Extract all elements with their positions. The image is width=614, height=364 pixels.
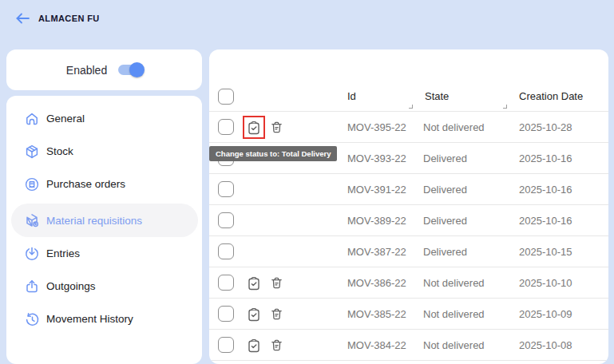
- invoice-icon: [24, 176, 40, 192]
- cell-id: MOV-387-22: [347, 246, 406, 258]
- cell-state: Not delivered: [423, 308, 485, 320]
- column-resize-handle[interactable]: [503, 105, 507, 109]
- clipboard-check-icon: [246, 307, 262, 322]
- table-row: MOV-395-22 Not delivered 2025-10-28: [209, 112, 608, 143]
- change-status-button[interactable]: [244, 304, 263, 324]
- column-header-state[interactable]: State: [425, 90, 449, 102]
- cell-state: Delivered: [423, 152, 467, 164]
- row-checkbox[interactable]: [218, 337, 234, 353]
- delete-button[interactable]: [267, 335, 286, 355]
- trash-icon: [269, 120, 284, 135]
- table-row: MOV-389-22 Delivered 2025-10-16: [209, 205, 608, 236]
- sidebar-item-entries[interactable]: Entries: [6, 237, 202, 270]
- sidebar-item-material-requisitions[interactable]: Material requisitions: [11, 204, 198, 237]
- row-checkbox[interactable]: [218, 212, 234, 228]
- cell-date: 2025-10-28: [519, 121, 572, 133]
- page-title: ALMACEN FU: [38, 14, 100, 23]
- sidebar: General Stock Purchase orders Material r…: [6, 96, 202, 364]
- tooltip: Change status to: Total Delivery: [209, 146, 337, 161]
- back-button[interactable]: [13, 9, 32, 28]
- cell-id: MOV-395-22: [347, 121, 406, 133]
- cell-state: Not delivered: [423, 339, 485, 351]
- trash-icon: [269, 338, 284, 353]
- requisitions-table: Id State Creation Date: [209, 49, 608, 364]
- cell-date: 2025-10-15: [519, 246, 572, 258]
- sidebar-item-general[interactable]: General: [6, 102, 202, 135]
- cell-state: Not delivered: [423, 121, 485, 133]
- clipboard-check-icon: [246, 338, 262, 354]
- home-icon: [24, 111, 40, 127]
- table-row: MOV-387-22 Delivered 2025-10-15: [209, 236, 608, 267]
- delete-button[interactable]: [267, 117, 286, 137]
- cell-id: MOV-385-22: [347, 308, 406, 320]
- circle-arrow-down-icon: [24, 246, 40, 262]
- cell-date: 2025-10-16: [519, 184, 572, 196]
- change-status-button[interactable]: [244, 273, 263, 293]
- enabled-label: Enabled: [66, 64, 107, 77]
- change-status-button[interactable]: [244, 117, 263, 137]
- cell-date: 2025-10-16: [519, 152, 572, 164]
- row-checkbox[interactable]: [218, 275, 234, 291]
- top-bar: ALMACEN FU: [0, 0, 614, 36]
- sidebar-item-outgoings[interactable]: Outgoings: [6, 270, 202, 303]
- sidebar-nav: General Stock Purchase orders Material r…: [6, 102, 202, 335]
- sidebar-item-movement-history[interactable]: Movement History: [6, 303, 202, 335]
- table-toolbar-space: [209, 49, 608, 81]
- cell-date: 2025-10-16: [519, 215, 572, 227]
- cell-state: Delivered: [423, 246, 467, 258]
- cube-badge-icon: [24, 212, 40, 228]
- arrow-left-icon: [16, 13, 30, 24]
- sidebar-item-stock[interactable]: Stock: [6, 135, 202, 168]
- cell-date: 2025-10-09: [519, 308, 572, 320]
- cube-icon: [24, 144, 40, 160]
- trash-icon: [269, 307, 284, 322]
- enabled-toggle[interactable]: [118, 65, 142, 75]
- cell-date: 2025-10-08: [519, 339, 572, 351]
- toggle-thumb: [129, 62, 145, 77]
- row-checkbox[interactable]: [218, 181, 234, 197]
- clipboard-check-icon: [246, 120, 262, 136]
- row-checkbox[interactable]: [218, 119, 234, 135]
- select-all-checkbox[interactable]: [218, 89, 234, 105]
- table-row: MOV-391-22 Delivered 2025-10-16: [209, 174, 608, 205]
- cell-id: MOV-389-22: [347, 215, 406, 227]
- clipboard-check-icon: [246, 275, 262, 291]
- table-row: MOV-386-22 Not delivered 2025-10-10: [209, 267, 608, 299]
- table-row: MOV-384-22 Not delivered 2025-10-08: [209, 330, 608, 361]
- delete-button[interactable]: [267, 273, 286, 293]
- enabled-card: Enabled: [6, 49, 202, 90]
- table-header-row: Id State Creation Date: [209, 81, 608, 112]
- history-icon: [24, 311, 40, 327]
- row-checkbox[interactable]: [218, 243, 234, 259]
- cell-id: MOV-386-22: [347, 277, 406, 289]
- trash-icon: [269, 275, 284, 291]
- sidebar-item-purchase-orders[interactable]: Purchase orders: [6, 168, 202, 200]
- delete-button[interactable]: [267, 304, 286, 324]
- column-header-date[interactable]: Creation Date: [519, 90, 583, 102]
- cell-state: Delivered: [423, 184, 467, 196]
- cell-state: Delivered: [423, 215, 467, 227]
- column-header-id[interactable]: Id: [347, 90, 356, 102]
- cell-id: MOV-393-22: [347, 152, 406, 164]
- column-resize-handle[interactable]: [409, 105, 413, 109]
- row-checkbox[interactable]: [218, 306, 234, 322]
- cell-id: MOV-391-22: [347, 184, 406, 196]
- cell-date: 2025-10-10: [519, 277, 572, 289]
- table-row: MOV-385-22 Not delivered 2025-10-09: [209, 299, 608, 330]
- cell-id: MOV-384-22: [347, 339, 406, 351]
- cell-state: Not delivered: [423, 277, 485, 289]
- box-arrow-up-icon: [24, 279, 40, 295]
- change-status-button[interactable]: [244, 335, 263, 355]
